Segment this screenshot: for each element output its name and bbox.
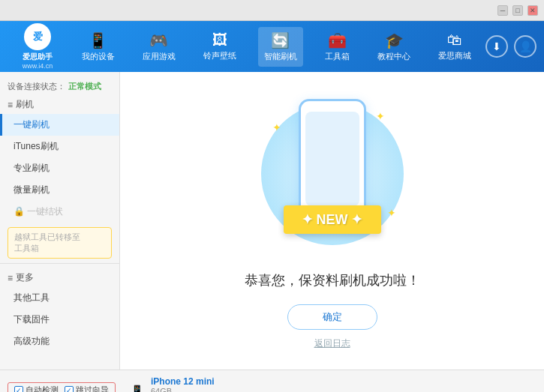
flash-section-icon: ≡ <box>8 100 13 110</box>
main-container: 设备连接状态： 正常模式 ≡ 刷机 一键刷机 iTunes刷机 专业刷机 微量刷… <box>0 72 544 370</box>
bottom-combined: ✓ 自动检测 ✓ 跳过向导 📱 iPhone 12 mini 64GB Down… <box>0 370 544 392</box>
sidebar-section-flash: ≡ 刷机 <box>0 95 119 114</box>
toolbox-icon: 🧰 <box>328 31 347 49</box>
nav-mall[interactable]: 🛍 爱思商城 <box>432 27 477 67</box>
success-text: 恭喜您，保资料刷机成功啦！ <box>245 271 420 289</box>
logo-area: 爱 爱思助手 www.i4.cn <box>8 23 68 70</box>
sparkle-1-icon: ✦ <box>272 121 281 133</box>
sidebar-item-itunes[interactable]: iTunes刷机 <box>0 136 119 157</box>
sidebar: 设备连接状态： 正常模式 ≡ 刷机 一键刷机 iTunes刷机 专业刷机 微量刷… <box>0 72 120 370</box>
download-button[interactable]: ⬇ <box>485 35 508 58</box>
close-button[interactable]: ✕ <box>527 5 538 16</box>
phone-illustration: ✦ ✦ ✦ ✦ NEW ✦ <box>257 91 407 256</box>
tutorial-icon: 🎓 <box>385 31 404 49</box>
phone-screen <box>305 112 359 206</box>
nav-my-device[interactable]: 📱 我的设备 <box>76 27 121 67</box>
sparkle-2-icon: ✦ <box>376 110 385 122</box>
return-link[interactable]: 返回日志 <box>314 337 350 350</box>
smart-flash-icon: 🔄 <box>271 31 290 49</box>
header: 爱 爱思助手 www.i4.cn 📱 我的设备 🎮 应用游戏 🖼 铃声壁纸 🔄 … <box>0 21 544 72</box>
auto-detect-checkbox[interactable]: ✓ <box>14 386 23 392</box>
sidebar-section-more: ≡ 更多 <box>0 268 119 287</box>
bottom-row1: ✓ 自动检测 ✓ 跳过向导 📱 iPhone 12 mini 64GB Down… <box>0 370 544 392</box>
user-button[interactable]: 👤 <box>514 35 536 58</box>
nav-right: ⬇ 👤 <box>485 35 536 58</box>
device-info-bar: 📱 iPhone 12 mini 64GB Down-12mini-13,1 <box>123 376 536 392</box>
checkbox-auto-detect[interactable]: ✓ 自动检测 <box>14 385 59 392</box>
device-details: iPhone 12 mini 64GB Down-12mini-13,1 <box>151 376 218 392</box>
nav-items: 📱 我的设备 🎮 应用游戏 🖼 铃声壁纸 🔄 智能刷机 🧰 工具箱 🎓 教程中心… <box>68 27 485 67</box>
sidebar-item-advanced[interactable]: 高级功能 <box>0 331 119 352</box>
nav-toolbox[interactable]: 🧰 工具箱 <box>319 27 356 67</box>
sidebar-item-onekey-result: 🔒 一键结状 <box>0 201 119 223</box>
confirm-button[interactable]: 确定 <box>287 304 377 330</box>
checkbox-area: ✓ 自动检测 ✓ 跳过向导 <box>8 382 116 392</box>
device-icon: 📱 <box>131 385 143 392</box>
sidebar-item-download[interactable]: 下载固件 <box>0 309 119 331</box>
new-banner: ✦ NEW ✦ <box>284 205 381 234</box>
sidebar-item-onekey[interactable]: 一键刷机 <box>0 114 119 136</box>
sparkle-3-icon: ✦ <box>387 207 396 219</box>
apps-games-icon: 🎮 <box>149 31 168 49</box>
logo-icon: 爱 <box>24 23 51 50</box>
sidebar-item-pro[interactable]: 专业刷机 <box>0 157 119 179</box>
sidebar-item-micro[interactable]: 微量刷机 <box>0 179 119 201</box>
skip-wizard-checkbox[interactable]: ✓ <box>65 386 74 392</box>
mall-icon: 🛍 <box>447 31 462 49</box>
phone-body <box>299 99 366 219</box>
status-bar: 设备连接状态： 正常模式 <box>0 78 119 95</box>
more-section-icon: ≡ <box>8 273 13 283</box>
nav-tutorial[interactable]: 🎓 教程中心 <box>371 27 416 67</box>
titlebar: ─ □ ✕ <box>0 0 544 21</box>
content-area: ✦ ✦ ✦ ✦ NEW ✦ 恭喜您，保资料刷机成功啦！ 确定 返回日志 <box>120 72 544 370</box>
sidebar-divider <box>0 263 119 264</box>
my-device-icon: 📱 <box>89 31 107 49</box>
wallpaper-icon: 🖼 <box>212 31 227 49</box>
sidebar-item-other-tools[interactable]: 其他工具 <box>0 287 119 309</box>
checkbox-skip-wizard[interactable]: ✓ 跳过向导 <box>65 385 109 392</box>
nav-apps-games[interactable]: 🎮 应用游戏 <box>137 27 182 67</box>
nav-smart-flash[interactable]: 🔄 智能刷机 <box>258 27 303 67</box>
jailbreak-notice: 越狱工具已转移至工具箱 <box>8 227 112 259</box>
minimize-button[interactable]: ─ <box>497 5 508 16</box>
logo-text: 爱思助手 www.i4.cn <box>23 52 53 70</box>
maximize-button[interactable]: □ <box>512 5 523 16</box>
nav-wallpaper[interactable]: 🖼 铃声壁纸 <box>197 27 242 67</box>
